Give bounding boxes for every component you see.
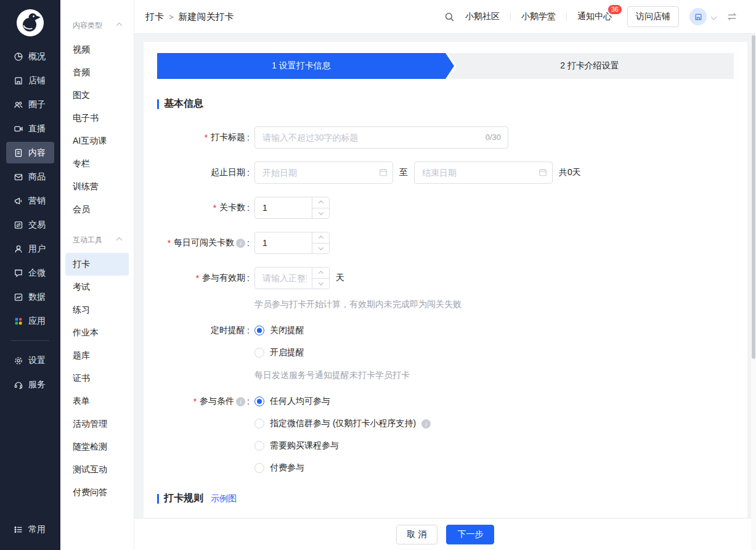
avatar[interactable]	[689, 8, 707, 25]
sidebar-item-settings[interactable]: 设置	[6, 350, 54, 371]
sidebar-item-label: 店铺	[28, 75, 46, 86]
radio-icon	[254, 441, 264, 451]
info-icon[interactable]: i	[236, 397, 245, 406]
subnav-item-homework[interactable]: 作业本	[65, 321, 129, 344]
levels-row: * 关卡数 :	[157, 197, 734, 219]
sidebar-item-label: 用户	[28, 244, 46, 255]
sidebar-item-users[interactable]: 用户	[6, 238, 54, 260]
radio-wechat-group-join[interactable]: 指定微信群参与 (仅鹅打卡小程序支持) i	[254, 417, 431, 430]
radio-paid-join[interactable]: 付费参与	[254, 461, 431, 475]
switch-account-icon[interactable]	[726, 12, 738, 22]
subnav-item-ai-course[interactable]: AI互动课	[65, 129, 129, 152]
validity-row: * 参与有效期 : 天	[157, 267, 734, 289]
field-label: 打卡标题	[211, 132, 245, 143]
end-date-input[interactable]	[414, 162, 553, 184]
sidebar-item-label: 应用	[28, 316, 46, 327]
reminder-hint: 每日发送服务号通知提醒未打卡学员打卡	[254, 368, 410, 382]
subnav-item-audio[interactable]: 音频	[65, 61, 129, 84]
step-2[interactable]: 2 打卡介绍设置	[445, 53, 734, 79]
subnav-item-column[interactable]: 专栏	[65, 152, 129, 175]
subnav-item-label: 电子书	[73, 113, 99, 124]
section-accent-bar	[157, 99, 159, 109]
radio-anyone-can-join[interactable]: 任何人均可参与	[254, 395, 431, 408]
subnav-item-ebook[interactable]: 电子书	[65, 107, 129, 129]
subnav-item-article[interactable]: 图文	[65, 84, 129, 107]
subnav-item-question-bank[interactable]: 题库	[65, 344, 129, 367]
start-date-input[interactable]	[254, 162, 393, 184]
search-icon[interactable]	[444, 12, 455, 22]
required-mark: *	[213, 203, 216, 213]
sidebar-item-wecom[interactable]: 企微	[6, 262, 54, 284]
radio-icon	[254, 463, 264, 473]
sidebar-item-label: 企微	[28, 268, 46, 279]
sidebar-item-frequently-used[interactable]: 常用	[6, 519, 54, 540]
label-colon: :	[247, 273, 250, 283]
stepper-down-button[interactable]	[312, 278, 329, 289]
subnav-item-exam[interactable]: 考试	[65, 276, 129, 298]
validity-unit-label: 天	[336, 273, 344, 284]
breadcrumb-parent[interactable]: 打卡	[145, 11, 164, 23]
subnav-item-checkin[interactable]: 打卡	[65, 253, 129, 276]
step-1[interactable]: 1 设置打卡信息	[157, 53, 454, 79]
topbar-divider	[510, 13, 511, 21]
sidebar-item-content[interactable]: 内容	[6, 142, 54, 163]
apps-icon	[14, 316, 23, 326]
subnav-item-camp[interactable]: 训练营	[65, 175, 129, 198]
link-xiaoe-community[interactable]: 小鹅社区	[465, 11, 500, 22]
footer-bar: 取 消 下一步	[134, 518, 756, 550]
primary-sidebar: 概况 店铺 圈子 直播 内容 商品 营销 交易	[0, 0, 60, 550]
storefront-icon	[14, 76, 23, 86]
sidebar-item-label: 圈子	[28, 99, 46, 110]
subnav-item-form[interactable]: 表单	[65, 390, 129, 412]
subnav-group-content-types[interactable]: 内容类型	[65, 12, 129, 38]
levels-label: * 关卡数 :	[157, 197, 250, 219]
link-xiaoe-school[interactable]: 小鹅学堂	[521, 11, 556, 22]
info-icon[interactable]: i	[236, 239, 245, 248]
sidebar-item-live[interactable]: 直播	[6, 118, 54, 139]
sidebar-item-shop[interactable]: 店铺	[6, 70, 54, 91]
link-notification-center[interactable]: 通知中心 36	[577, 11, 612, 22]
radio-open-reminder[interactable]: 开启提醒	[254, 346, 410, 359]
visit-shop-button[interactable]: 访问店铺	[627, 6, 679, 27]
chevron-down-icon[interactable]	[711, 14, 717, 20]
subnav-item-paid-qa[interactable]: 付费问答	[65, 481, 129, 504]
sidebar-item-community[interactable]: 圈子	[6, 94, 54, 115]
data-chart-icon	[14, 292, 23, 302]
stepper-up-button[interactable]	[312, 232, 329, 243]
subnav-group-interactive-tools[interactable]: 互动工具	[65, 227, 129, 253]
sidebar-item-service[interactable]: 服务	[6, 374, 54, 395]
rules-section-header: 打卡规则 示例图	[157, 492, 734, 505]
subnav-item-quiz[interactable]: 随堂检测	[65, 435, 129, 458]
sidebar-item-goods[interactable]: 商品	[6, 166, 54, 187]
subnav-item-label: 考试	[73, 282, 90, 293]
cancel-button[interactable]: 取 消	[396, 525, 438, 544]
subnav-item-label: 随堂检测	[73, 441, 107, 453]
stepper-down-button[interactable]	[312, 208, 329, 219]
info-icon[interactable]: i	[421, 419, 431, 429]
stepper-up-button[interactable]	[312, 197, 329, 208]
sidebar-item-trade[interactable]: 交易	[6, 214, 54, 236]
subnav-item-practice[interactable]: 练习	[65, 298, 129, 321]
sidebar-item-overview[interactable]: 概况	[6, 46, 54, 67]
stepper-up-button[interactable]	[312, 268, 329, 278]
sidebar-item-apps[interactable]: 应用	[6, 310, 54, 332]
app-logo[interactable]	[16, 9, 44, 37]
next-step-button[interactable]: 下一步	[446, 525, 494, 544]
megaphone-icon	[14, 196, 23, 206]
radio-purchase-course-join[interactable]: 需要购买课程参与	[254, 439, 431, 453]
radio-close-reminder[interactable]: 关闭提醒	[254, 324, 410, 337]
sidebar-item-marketing[interactable]: 营销	[6, 190, 54, 211]
stepper-down-button[interactable]	[312, 243, 329, 254]
checkin-title-input[interactable]	[254, 126, 508, 149]
scrollbar	[751, 35, 756, 550]
subnav-item-membership[interactable]: 会员	[65, 198, 129, 221]
form-card: 2 打卡介绍设置 1 设置打卡信息 基本信息 * 打卡标题 :	[144, 42, 747, 518]
subnav-item-certificate[interactable]: 证书	[65, 367, 129, 390]
subnav-item-activity[interactable]: 活动管理	[65, 412, 129, 435]
subnav-item-video[interactable]: 视频	[65, 38, 129, 61]
subnav-item-test-interaction[interactable]: 测试互动	[65, 458, 129, 481]
subnav-item-label: 训练营	[73, 181, 99, 192]
example-image-link[interactable]: 示例图	[211, 493, 237, 504]
sidebar-item-data[interactable]: 数据	[6, 286, 54, 308]
scrollbar-thumb[interactable]	[752, 35, 755, 359]
